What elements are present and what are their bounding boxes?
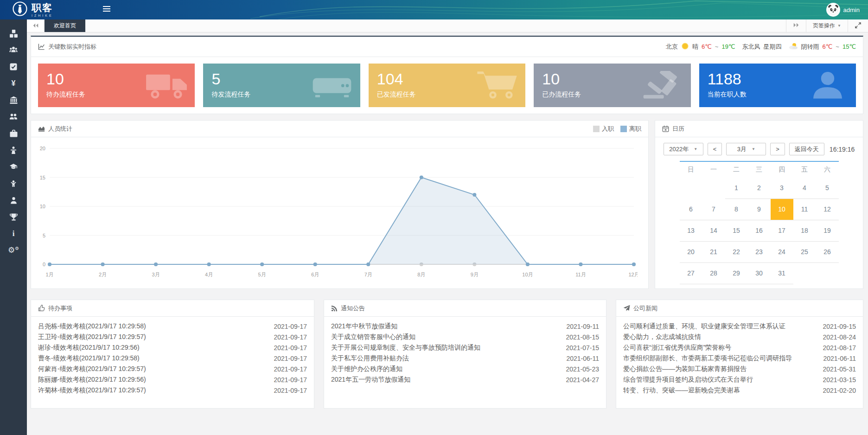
calendar-day-selected[interactable]: 10	[771, 198, 793, 220]
svg-text:3月: 3月	[152, 272, 160, 277]
list-item[interactable]: 公司喜获“浙江省优秀供应商”荣誉称号2021-08-17	[623, 342, 856, 353]
tabs-scroll-left-button[interactable]	[27, 19, 45, 32]
sidebar-item-12[interactable]	[0, 209, 27, 225]
next-month-button[interactable]: >	[770, 143, 785, 155]
list-item-date: 2021-08-15	[566, 333, 599, 341]
calendar-day[interactable]: 25	[793, 241, 816, 262]
month-select[interactable]: 3月▼	[726, 143, 766, 155]
list-item[interactable]: 曹冬-绩效考核(2021/9/17 10:29:58)2021-09-17	[38, 353, 307, 364]
sidebar-item-7[interactable]	[0, 125, 27, 142]
menu-toggle-button[interactable]	[97, 0, 116, 19]
app-logo[interactable]: 职客 IZHIKE	[0, 1, 97, 19]
calendar-day[interactable]: 17	[771, 220, 793, 241]
calendar-day[interactable]: 2	[748, 177, 771, 198]
tabs-scroll-right-button[interactable]	[786, 19, 806, 32]
legend-item-1[interactable]: 入职	[593, 125, 614, 133]
sidebar-item-3[interactable]	[0, 58, 27, 75]
dashboard-screen: 职客 IZHIKE	[0, 0, 868, 435]
calendar-day[interactable]: 7	[702, 198, 725, 220]
user-menu[interactable]: admin	[826, 0, 860, 19]
tab-welcome-home[interactable]: 欢迎首页	[45, 19, 85, 32]
stat-card-3[interactable]: 104已发流程任务	[369, 64, 525, 107]
sidebar-item-13[interactable]: i	[0, 225, 27, 242]
info-icon: i	[13, 230, 15, 238]
list-item[interactable]: 爱心捐款公告——为装卸工杨家青募捐报告2021-05-31	[623, 364, 856, 374]
sidebar-item-1[interactable]	[0, 25, 27, 42]
calendar-day[interactable]: 27	[680, 262, 702, 284]
sidebar-item-14[interactable]: ⚙⚙	[0, 242, 27, 259]
calendar-day[interactable]: 22	[725, 241, 748, 262]
sidebar-item-8[interactable]	[0, 142, 27, 159]
calendar-day-empty	[680, 177, 702, 198]
sidebar-item-5[interactable]	[0, 92, 27, 109]
calendar-day[interactable]: 23	[748, 241, 771, 262]
sidebar-item-4[interactable]: ¥	[0, 75, 27, 92]
list-item[interactable]: 陈丽娜-绩效考核(2021/9/17 10:29:56)2021-09-17	[38, 374, 307, 385]
calendar-day[interactable]: 4	[793, 177, 816, 198]
calendar-day[interactable]: 30	[748, 262, 771, 284]
sidebar-item-6[interactable]	[0, 109, 27, 125]
calendar-day[interactable]: 6	[680, 198, 702, 220]
list-item[interactable]: 综合管理提升项目签约及启动仪式在天台举行2021-03-15	[623, 374, 856, 385]
calendar-day[interactable]: 12	[816, 198, 839, 220]
list-item[interactable]: 关于开展公司规章制度、安全与事故预防培训的通知2021-07-15	[331, 342, 599, 353]
calendar-day[interactable]: 9	[748, 198, 771, 220]
calendar-day[interactable]: 15	[725, 220, 748, 241]
list-item[interactable]: 许菊林-绩效考核(2021/9/17 10:29:57)2021-09-17	[38, 385, 307, 396]
list-item[interactable]: 爱心助力，众志成城抗疫情2021-08-24	[623, 332, 856, 342]
calendar-day[interactable]: 31	[771, 262, 793, 284]
list-item[interactable]: 关于成立销管客服中心的通知2021-08-15	[331, 332, 599, 342]
list-item[interactable]: 吕尧栋-绩效考核(2021/9/17 10:29:58)2021-09-17	[38, 321, 307, 332]
key-indicators-panel: 关键数据实时指标 北京 晴 6℃ ~ 19℃ 东北风 星期四	[31, 36, 863, 114]
calendar-grid: 日一二三四五六123456789101112131415161718192021…	[680, 161, 839, 284]
stat-card-5[interactable]: 1188当前在职人数	[699, 64, 856, 107]
sidebar-item-11[interactable]	[0, 192, 27, 209]
caret-down-icon: ▼	[752, 147, 755, 151]
calendar-day[interactable]: 19	[816, 220, 839, 241]
calendar-day[interactable]: 29	[725, 262, 748, 284]
calendar-day[interactable]: 1	[725, 177, 748, 198]
back-to-today-button[interactable]: 返回今天	[789, 143, 824, 155]
calendar-day[interactable]: 21	[702, 241, 725, 262]
prev-month-button[interactable]: <	[708, 143, 722, 155]
calendar-day[interactable]: 11	[793, 198, 816, 220]
list-item[interactable]: 关于私车公用费用补贴办法2021-06-11	[331, 353, 599, 364]
calendar-day[interactable]: 3	[771, 177, 793, 198]
year-select[interactable]: 2022年▼	[664, 143, 703, 155]
double-left-icon	[32, 22, 39, 30]
sidebar-item-10[interactable]	[0, 175, 27, 192]
list-item[interactable]: 关于维护办公秩序的通知2021-05-23	[331, 364, 599, 374]
list-item[interactable]: 王卫玲-绩效考核(2021/9/17 10:29:57)2021-09-17	[38, 332, 307, 342]
list-item[interactable]: 公司顺利通过质量、环境、职业健康安全管理三体系认证2021-09-15	[623, 321, 856, 332]
year-select-value: 2022年	[669, 145, 689, 154]
trophy-icon	[9, 213, 18, 221]
yen-icon: ¥	[12, 79, 16, 88]
svg-text:9月: 9月	[471, 272, 479, 277]
calendar-day[interactable]: 5	[816, 177, 839, 198]
stat-card-4[interactable]: 10已办流程任务	[534, 64, 690, 107]
stat-card-1[interactable]: 10待办流程任务	[38, 64, 195, 107]
stat-card-2[interactable]: 5待发流程任务	[203, 64, 360, 107]
sidebar-item-9[interactable]	[0, 159, 27, 175]
list-item[interactable]: 转变、行动、突破——迎新晚会完美谢幕2021-02-20	[623, 385, 856, 396]
fullscreen-button[interactable]	[848, 19, 868, 32]
list-item[interactable]: 2021年五一劳动节放假通知2021-04-27	[331, 374, 599, 385]
calendar-day[interactable]: 18	[793, 220, 816, 241]
calendar-day[interactable]: 8	[725, 198, 748, 220]
list-item[interactable]: 市委组织部副部长、市委两新工委项书记莅临公司调研指导2021-06-11	[623, 353, 856, 364]
sidebar-item-2[interactable]	[0, 42, 27, 58]
list-item[interactable]: 何蒙肖-绩效考核(2021/9/17 10:29:57)2021-09-17	[38, 364, 307, 374]
calendar-day[interactable]: 14	[702, 220, 725, 241]
calendar-day[interactable]: 24	[771, 241, 793, 262]
calendar-day[interactable]: 20	[680, 241, 702, 262]
list-item[interactable]: 谢珍-绩效考核(2021/9/17 10:29:56)2021-09-17	[38, 342, 307, 353]
calendar-day[interactable]: 26	[816, 241, 839, 262]
calendar-day[interactable]: 28	[702, 262, 725, 284]
list-item[interactable]: 2021年中秋节放假通知2021-09-11	[331, 321, 599, 332]
list-item-date: 2021-09-11	[566, 323, 599, 330]
tab-actions-dropdown[interactable]: 页签操作 ▼	[806, 19, 848, 32]
legend-item-2[interactable]: 离职	[620, 125, 641, 133]
weekday-header: 五	[793, 161, 816, 177]
calendar-day[interactable]: 13	[680, 220, 702, 241]
calendar-day[interactable]: 16	[748, 220, 771, 241]
